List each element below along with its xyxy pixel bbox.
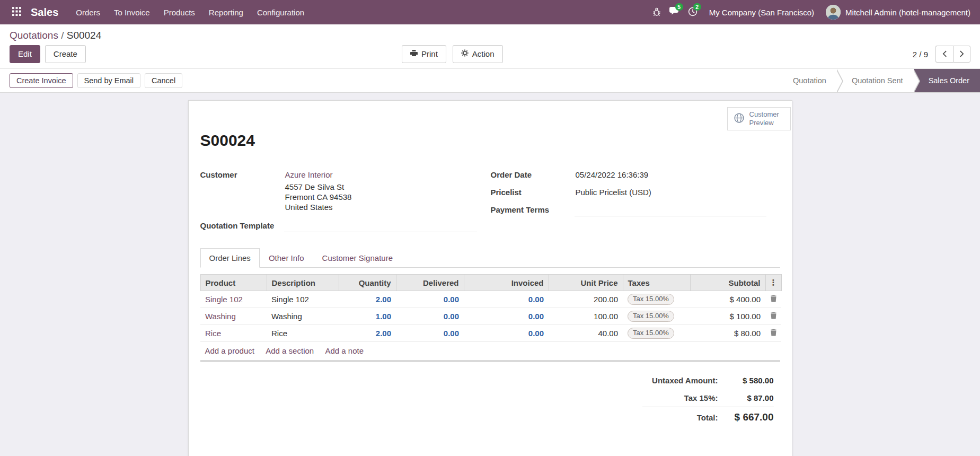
app-name[interactable]: Sales bbox=[31, 6, 58, 19]
send-by-email-button[interactable]: Send by Email bbox=[77, 73, 141, 88]
breadcrumb-current: S00024 bbox=[67, 30, 102, 41]
tax-value: $ 87.00 bbox=[718, 389, 774, 407]
print-label: Print bbox=[421, 49, 438, 59]
menu-to-invoice[interactable]: To Invoice bbox=[107, 0, 157, 24]
quantity-forecast-link[interactable]: 2.00 bbox=[376, 329, 391, 338]
gear-icon bbox=[461, 49, 469, 59]
bug-icon bbox=[652, 7, 661, 18]
order-lines-table: Product Description Quantity Delivered I… bbox=[200, 274, 782, 342]
action-button[interactable]: Action bbox=[453, 45, 503, 63]
systray: 5 2 My Company (San Francisco) Mitchell … bbox=[648, 0, 972, 24]
add-a-product-link[interactable]: Add a product bbox=[205, 346, 254, 355]
quantity-forecast-link[interactable]: 1.00 bbox=[376, 312, 391, 321]
statusbar: Create Invoice Send by Email Cancel Quot… bbox=[0, 68, 980, 93]
order-line-row[interactable]: Washing Washing 1.00 0.00 0.00 100.00 Ta… bbox=[200, 308, 781, 325]
pricelist-value: Public Pricelist (USD) bbox=[575, 186, 780, 198]
customer-address: 4557 De Silva St Fremont CA 94538 United… bbox=[285, 181, 491, 213]
messages-badge: 5 bbox=[675, 3, 683, 11]
breadcrumb-quotations-link[interactable]: Quotations bbox=[10, 30, 58, 41]
col-quantity: Quantity bbox=[339, 275, 396, 291]
printer-icon bbox=[410, 49, 418, 59]
step-quotation[interactable]: Quotation bbox=[783, 69, 837, 92]
apps-menu-button[interactable] bbox=[8, 0, 24, 24]
total-row: Total: $ 667.00 bbox=[642, 407, 773, 428]
menu-reporting[interactable]: Reporting bbox=[202, 0, 250, 24]
quantity-forecast-link[interactable]: 2.00 bbox=[376, 295, 391, 304]
step-sales-order[interactable]: Sales Order bbox=[914, 69, 980, 92]
optional-columns-button[interactable]: ⋮ bbox=[765, 275, 781, 291]
col-invoiced: Invoiced bbox=[464, 275, 549, 291]
pricelist-label: Pricelist bbox=[491, 186, 575, 198]
invoiced-link[interactable]: 0.00 bbox=[528, 312, 544, 321]
globe-icon bbox=[734, 112, 745, 126]
pager-next-button[interactable] bbox=[953, 46, 970, 63]
cell-unit-price: 100.00 bbox=[549, 308, 623, 325]
col-delivered: Delivered bbox=[396, 275, 464, 291]
tax-badge: Tax 15.00% bbox=[628, 294, 674, 305]
tab-customer-signature[interactable]: Customer Signature bbox=[313, 248, 402, 268]
invoiced-link[interactable]: 0.00 bbox=[528, 295, 544, 304]
user-menu[interactable]: Mitchell Admin (hotel-management) bbox=[845, 8, 972, 17]
delivered-link[interactable]: 0.00 bbox=[444, 295, 459, 304]
top-navbar: Sales Orders To Invoice Products Reporti… bbox=[0, 0, 980, 24]
untaxed-amount-label: Untaxed Amount: bbox=[642, 372, 718, 389]
add-a-section-link[interactable]: Add a section bbox=[266, 346, 314, 355]
debug-menu-button[interactable] bbox=[648, 0, 666, 24]
messages-button[interactable]: 5 bbox=[666, 0, 684, 24]
cancel-button[interactable]: Cancel bbox=[145, 73, 182, 88]
tax-badge: Tax 15.00% bbox=[628, 311, 674, 322]
activities-badge: 2 bbox=[693, 3, 701, 11]
step-quotation-sent[interactable]: Quotation Sent bbox=[837, 69, 914, 92]
trash-icon[interactable] bbox=[770, 312, 777, 321]
notebook-tabs: Order Lines Other Info Customer Signatur… bbox=[200, 248, 780, 268]
form-view: Customer Preview S00024 Customer Azure I… bbox=[0, 93, 980, 456]
untaxed-amount-row: Untaxed Amount: $ 580.00 bbox=[642, 372, 773, 389]
col-unit-price: Unit Price bbox=[549, 275, 623, 291]
main-menu: Orders To Invoice Products Reporting Con… bbox=[69, 0, 311, 24]
print-button[interactable]: Print bbox=[402, 45, 446, 63]
customer-link[interactable]: Azure Interior bbox=[285, 170, 333, 179]
order-line-row[interactable]: Rice Rice 2.00 0.00 0.00 40.00 Tax 15.00… bbox=[200, 325, 781, 342]
product-link[interactable]: Washing bbox=[205, 312, 236, 321]
cell-unit-price: 200.00 bbox=[549, 291, 623, 308]
invoiced-link[interactable]: 0.00 bbox=[528, 329, 544, 338]
tab-order-lines[interactable]: Order Lines bbox=[200, 248, 260, 268]
avatar[interactable] bbox=[826, 5, 841, 20]
col-description: Description bbox=[267, 275, 339, 291]
delivered-link[interactable]: 0.00 bbox=[444, 312, 459, 321]
breadcrumb: Quotations / S00024 bbox=[10, 30, 970, 41]
edit-button[interactable]: Edit bbox=[10, 45, 40, 63]
pager-previous-button[interactable] bbox=[935, 46, 953, 63]
create-button[interactable]: Create bbox=[45, 45, 86, 63]
delivered-link[interactable]: 0.00 bbox=[444, 329, 459, 338]
product-link[interactable]: Single 102 bbox=[205, 295, 243, 304]
customer-preview-button[interactable]: Customer Preview bbox=[727, 107, 791, 130]
create-invoice-button[interactable]: Create Invoice bbox=[10, 73, 73, 88]
activities-button[interactable]: 2 bbox=[684, 0, 702, 24]
trash-icon[interactable] bbox=[770, 295, 777, 304]
tab-other-info[interactable]: Other Info bbox=[260, 248, 313, 268]
menu-products[interactable]: Products bbox=[157, 0, 202, 24]
right-field-group: Order Date 05/24/2022 16:36:39 Pricelist… bbox=[491, 169, 780, 232]
untaxed-amount-value: $ 580.00 bbox=[718, 372, 774, 389]
menu-orders[interactable]: Orders bbox=[69, 0, 107, 24]
pager-value[interactable]: 2 / 9 bbox=[913, 50, 928, 59]
customer-label: Customer bbox=[200, 169, 284, 181]
field-groups: Customer Azure Interior 4557 De Silva St… bbox=[200, 169, 780, 232]
add-a-note-link[interactable]: Add a note bbox=[325, 346, 364, 355]
payment-terms-label: Payment Terms bbox=[491, 204, 575, 216]
tax-badge: Tax 15.00% bbox=[628, 328, 674, 339]
address-line: United States bbox=[285, 202, 491, 212]
totals-table: Untaxed Amount: $ 580.00 Tax 15%: $ 87.0… bbox=[642, 372, 773, 427]
total-value: $ 667.00 bbox=[718, 407, 774, 428]
trash-icon[interactable] bbox=[770, 329, 777, 338]
order-line-row[interactable]: Single 102 Single 102 2.00 0.00 0.00 200… bbox=[200, 291, 781, 308]
total-label: Total: bbox=[642, 407, 718, 428]
menu-configuration[interactable]: Configuration bbox=[250, 0, 311, 24]
col-taxes: Taxes bbox=[623, 275, 690, 291]
company-switcher[interactable]: My Company (San Francisco) bbox=[702, 8, 822, 17]
quotation-template-label: Quotation Template bbox=[200, 220, 284, 232]
form-sheet: Customer Preview S00024 Customer Azure I… bbox=[188, 100, 792, 456]
product-link[interactable]: Rice bbox=[205, 329, 221, 338]
left-field-group: Customer Azure Interior 4557 De Silva St… bbox=[200, 169, 491, 232]
